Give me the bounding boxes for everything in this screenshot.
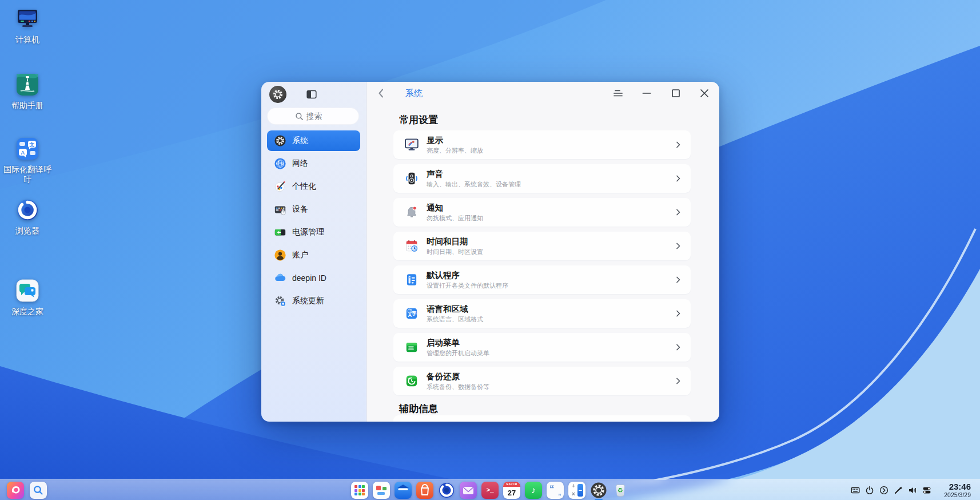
calendar-month: MARCH xyxy=(503,482,520,487)
search-icon xyxy=(30,482,47,499)
dock-text-editor[interactable]: “ ” xyxy=(547,482,564,499)
dock-calculator[interactable]: + × − xyxy=(568,482,585,499)
dock-deepin-launcher[interactable] xyxy=(7,482,24,499)
settings-row-notifications[interactable]: 通知 勿扰模式、应用通知 xyxy=(393,198,691,227)
search-icon xyxy=(295,112,304,121)
sidebar-item-label: deepin ID xyxy=(292,273,326,283)
chevron-right-icon xyxy=(674,140,683,149)
settings-row-language[interactable]: A 字 语言和区域 系统语言、区域格式 xyxy=(393,299,691,328)
settings-row-backup[interactable]: 备份还原 系统备份、数据备份等 xyxy=(393,367,691,395)
multiply-glyph: × xyxy=(572,491,575,497)
desktop-icon-computer[interactable]: 计算机 xyxy=(2,6,53,45)
sidebar-item-label: 网络 xyxy=(292,158,308,169)
page-title: 系统 xyxy=(405,82,423,105)
clock-time: 23:46 xyxy=(944,482,971,491)
titlebar: 系统 xyxy=(366,82,719,105)
tray-toggles-icon[interactable] xyxy=(922,486,931,495)
row-subtitle: 系统语言、区域格式 xyxy=(427,316,483,323)
dock-browser[interactable] xyxy=(438,482,455,499)
dock-mail[interactable] xyxy=(460,482,477,499)
quote-open-glyph: “ xyxy=(549,484,555,494)
row-title: 通知 xyxy=(427,203,483,213)
chevron-right-icon xyxy=(674,309,683,318)
computer-icon xyxy=(15,6,40,31)
update-gear-icon xyxy=(274,295,286,307)
clock[interactable]: 23:46 2025/3/29 xyxy=(944,482,971,498)
row-subtitle: 输入、输出、系统音效、设备管理 xyxy=(427,181,521,188)
tray-expand-icon[interactable] xyxy=(879,486,889,495)
sidebar-item-label: 系统更新 xyxy=(292,296,324,306)
sidebar-toggle-icon[interactable] xyxy=(306,89,317,100)
sidebar-item-network[interactable]: 网络 xyxy=(267,153,360,174)
desktop-icon-browser[interactable]: 浏览器 xyxy=(2,197,53,236)
chevron-right-icon xyxy=(674,376,683,386)
menu-button[interactable] xyxy=(611,86,625,100)
settings-row-partial[interactable] xyxy=(393,415,691,422)
dock-terminal[interactable]: >_ xyxy=(481,482,499,499)
dock-control-center[interactable] xyxy=(590,482,607,499)
calculator-icon: + × − xyxy=(568,482,585,499)
sidebar-item-label: 账户 xyxy=(292,250,308,260)
tray-screenshot-pen-icon[interactable] xyxy=(894,486,903,495)
row-subtitle: 勿扰模式、应用通知 xyxy=(427,215,483,222)
search-box[interactable] xyxy=(267,108,359,125)
dock-launcher-grid[interactable] xyxy=(351,482,368,499)
desktop-icon-label: 帮助手册 xyxy=(11,101,43,110)
settings-row-datetime[interactable]: 时间和日期 时间日期、时区设置 xyxy=(393,232,691,260)
row-title: 语言和区域 xyxy=(427,304,483,314)
browser-icon xyxy=(15,197,40,223)
palette-brush-icon xyxy=(274,180,286,193)
sidebar-item-updates[interactable]: 系统更新 xyxy=(267,291,360,311)
sidebar-item-power[interactable]: 电源管理 xyxy=(267,222,360,243)
back-button[interactable] xyxy=(375,86,388,100)
keyboard-mouse-icon xyxy=(274,203,286,216)
minimize-button[interactable] xyxy=(640,86,654,100)
dock-trash[interactable]: ♻ xyxy=(612,482,629,499)
tray-volume-icon[interactable] xyxy=(908,486,917,495)
sidebar-nav: 系统 网络 xyxy=(267,130,360,314)
minus-glyph: − xyxy=(577,484,583,497)
tray-keyboard-icon[interactable] xyxy=(851,486,860,495)
settings-row-sound[interactable]: 声音 输入、输出、系统音效、设备管理 xyxy=(393,164,691,193)
dock-multitasking[interactable] xyxy=(373,482,390,499)
network-globe-icon xyxy=(274,157,286,170)
sidebar-item-label: 电源管理 xyxy=(292,227,324,237)
translate-icon: 文 A xyxy=(15,136,40,161)
settings-row-boot-menu[interactable]: 启动菜单 管理您的开机启动菜单 xyxy=(393,333,691,362)
sidebar-item-deepin-id[interactable]: deepin ID xyxy=(267,268,360,288)
dock-music[interactable]: ♪ xyxy=(525,482,542,499)
language-icon: A 字 xyxy=(404,306,419,321)
multitask-icon xyxy=(373,482,390,499)
row-title: 备份还原 xyxy=(427,372,489,382)
desktop-icon-deepin-home[interactable]: 深度之家 xyxy=(2,278,53,316)
dock-grand-search[interactable] xyxy=(30,482,47,499)
dock-app-store[interactable] xyxy=(416,482,433,499)
maximize-button[interactable] xyxy=(669,86,683,100)
desktop-icon-help-manual[interactable]: 帮助手册 xyxy=(2,72,53,110)
sidebar-item-system[interactable]: 系统 xyxy=(267,130,360,151)
row-title: 声音 xyxy=(427,169,521,179)
mail-envelope-icon xyxy=(460,482,477,499)
control-center-app-icon xyxy=(269,86,286,103)
calendar-icon: MARCH 27 xyxy=(503,482,520,499)
sidebar-item-accounts[interactable]: 账户 xyxy=(267,245,360,265)
chevron-right-icon xyxy=(674,241,683,251)
desktop: 计算机 帮助手册 文 A xyxy=(0,0,980,500)
search-input[interactable] xyxy=(306,112,332,121)
sidebar-item-devices[interactable]: 设备 xyxy=(267,199,360,220)
dock-file-manager[interactable] xyxy=(395,482,412,499)
close-button[interactable] xyxy=(698,86,711,100)
settings-row-default-apps[interactable]: 默认程序 设置打开各类文件的默认程序 xyxy=(393,265,691,294)
app-grid-icon xyxy=(354,485,365,495)
desktop-icon-translate[interactable]: 文 A 国际化翻译呼吁 xyxy=(2,136,53,184)
chevron-right-icon xyxy=(674,208,683,217)
translate-a-glyph: A xyxy=(21,149,25,156)
tray-power-icon[interactable] xyxy=(865,486,874,495)
settings-row-display[interactable]: 显示 亮度、分辨率、缩放 xyxy=(393,130,691,159)
translate-wen-glyph: 文 xyxy=(29,142,35,148)
control-center-gear-icon xyxy=(590,482,607,499)
trash-icon: ♻ xyxy=(612,482,629,499)
dock-calendar[interactable]: MARCH 27 xyxy=(503,482,520,499)
lang-zi-glyph: 字 xyxy=(411,311,417,316)
sidebar-item-personalization[interactable]: 个性化 xyxy=(267,176,360,197)
